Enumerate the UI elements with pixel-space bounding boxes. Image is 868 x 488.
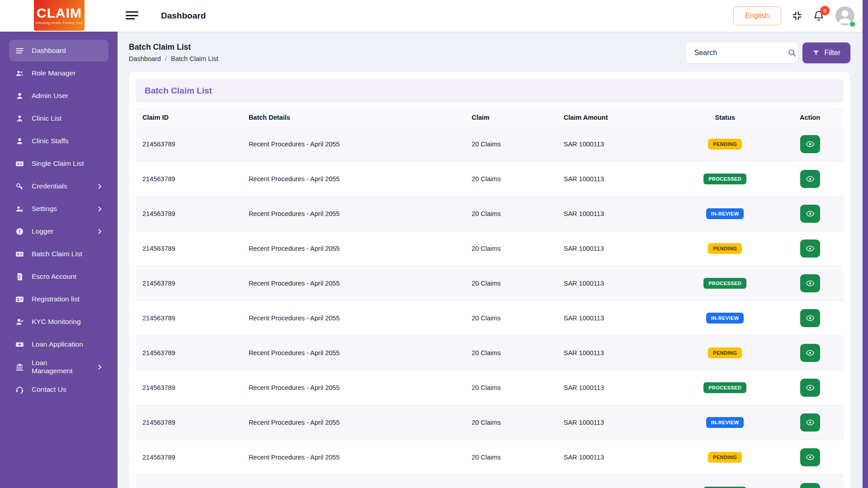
claim-id-cell: 214563789 [136,371,242,405]
menu-toggle-icon[interactable] [126,9,139,21]
status-cell: PENDING [674,336,776,371]
sidebar-item-admin-user[interactable]: Admin User [9,85,108,107]
sidebar-item-label: Credentials [32,182,67,190]
view-button[interactable] [800,170,820,188]
file-invoice-icon [15,272,24,281]
status-badge: PROCESSED [703,382,746,393]
main-content: Batch Claim List Dashboard / Batch Claim… [118,32,863,488]
page-head: Batch Claim List Dashboard / Batch Claim… [129,42,850,63]
sidebar-item-clinic-staffs[interactable]: Clinic Staffs [9,130,108,152]
sidebar-item-escro-account[interactable]: Escro Account [9,266,108,287]
user-avatar[interactable] [835,6,854,25]
search-input[interactable] [694,49,788,57]
breadcrumb-dashboard[interactable]: Dashboard [129,55,161,62]
view-button[interactable] [800,274,820,292]
column-header-claim-amount: Claim Amount [557,108,674,127]
svg-text:$: $ [17,253,19,256]
status-badge: PENDING [708,139,742,150]
column-header-claim-id: Claim ID [136,108,242,127]
table-header: Claim IDBatch DetailsClaimClaim AmountSt… [136,108,844,127]
key-icon [15,182,24,191]
sidebar-item-batch-claim-list[interactable]: $Batch Claim List [9,243,108,265]
sidebar-nav: DashboardRole ManagerAdmin UserClinic Li… [0,32,118,488]
sidebar-item-clinic-list[interactable]: Clinic List [9,108,108,129]
breadcrumb-separator: / [165,55,167,62]
sidebar-item-credentials[interactable]: Credentials [9,175,108,197]
menu-icon [15,46,24,55]
user-icon [15,91,24,100]
claim-id-cell: 214563789 [136,197,242,231]
exclamation-circle-icon [15,227,24,236]
action-cell [776,231,844,266]
table-row: 214563789Recent Procedures - April 20552… [136,371,844,405]
sidebar-item-role-manager[interactable]: Role Manager [9,62,108,84]
claim-amount-cell: SAR 1000113 [557,336,674,371]
sidebar-item-settings[interactable]: Settings [9,198,108,220]
eye-icon [806,453,815,462]
status-cell: IN-REVIEW [674,301,776,336]
sidebar-item-loan-management[interactable]: Loan Management [9,356,108,378]
eye-icon [806,209,815,218]
claim-cell: 20 Claims [465,475,557,488]
action-cell [776,336,844,371]
action-cell [776,197,844,231]
table-row: 214563789Recent Procedures - April 20552… [136,197,844,231]
view-button[interactable] [800,448,820,466]
status-badge: PENDING [708,452,742,463]
notifications-button[interactable]: 0 [813,10,825,22]
sidebar-item-logger[interactable]: Logger [9,221,108,242]
sidebar-item-label: Role Manager [32,69,75,77]
top-header: CLAIM Unlocking Health, Funding Care Das… [0,0,868,32]
funnel-icon [812,49,820,56]
sidebar-item-registration-list[interactable]: Registration list [9,288,108,310]
claim-cell: 20 Claims [465,231,557,266]
search-icon[interactable] [788,48,797,57]
claim-id-cell: 214563789 [136,336,242,371]
sidebar-item-label: KYC Monitoring [32,318,81,326]
claim-id-cell: 214563789 [136,266,242,301]
action-cell [776,440,844,475]
money-check-icon: $ [15,249,24,258]
status-badge: PROCESSED [703,278,746,289]
svg-text:$: $ [17,162,19,166]
filter-button[interactable]: Filter [802,42,850,63]
view-button[interactable] [800,239,820,258]
batch-details-cell: Recent Procedures - April 2055 [242,336,465,371]
eye-icon [806,348,815,357]
view-button[interactable] [800,483,820,488]
claim-amount-cell: SAR 1000113 [557,231,674,266]
view-button[interactable] [800,135,820,153]
scrollbar-strip[interactable] [863,0,868,488]
breadcrumb: Dashboard / Batch Claim List [129,55,218,62]
sidebar-item-kyc-monitoring[interactable]: KYC Monitoring [9,311,108,333]
batch-claim-table: Claim IDBatch DetailsClaimClaim AmountSt… [136,108,844,488]
claim-id-cell: 214563789 [136,162,242,197]
sidebar-item-label: Clinic Staffs [32,137,69,145]
batch-details-cell: Recent Procedures - April 2055 [242,231,465,266]
sidebar-item-contact-us[interactable]: Contact Us [9,379,108,400]
breadcrumb-current[interactable]: Batch Claim List [171,55,218,62]
chevron-right-icon [97,183,103,189]
page-title: Batch Claim List [129,42,218,52]
claim-id-cell: 214563789 [136,475,242,488]
view-button[interactable] [800,413,820,432]
sidebar-item-loan-application[interactable]: Loan Application [9,333,108,355]
view-button[interactable] [800,205,820,223]
action-cell [776,475,844,488]
eye-icon [806,244,815,253]
sidebar-item-single-claim-list[interactable]: $Single Claim List [9,153,108,174]
language-button[interactable]: English [733,6,781,25]
view-button[interactable] [800,309,820,327]
fullscreen-compress-icon[interactable] [792,11,802,21]
logo-tagline: Unlocking Health, Funding Care [36,21,83,24]
view-button[interactable] [800,344,820,362]
batch-details-cell: Recent Procedures - April 2055 [242,371,465,405]
status-badge: IN-REVIEW [706,208,744,219]
action-cell [776,127,844,162]
view-button[interactable] [800,379,820,397]
chevron-right-icon [97,229,103,235]
status-cell: PROCESSED [674,162,776,197]
bank-icon [15,362,24,371]
money-check-icon: $ [15,159,24,168]
sidebar-item-dashboard[interactable]: Dashboard [9,40,108,61]
